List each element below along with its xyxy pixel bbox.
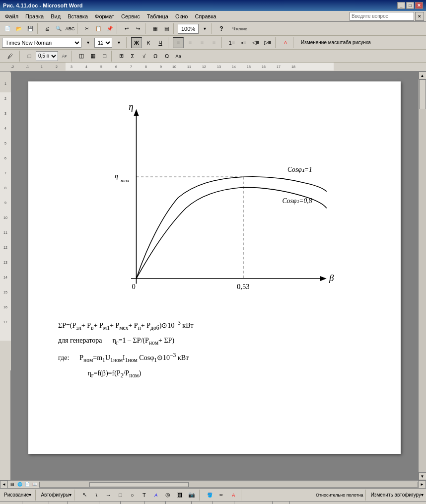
ellipse-btn[interactable]: ○ <box>127 490 138 501</box>
close-button[interactable]: ✕ <box>415 2 423 9</box>
font-size-selector[interactable]: 12 <box>94 38 112 48</box>
line-color-btn2[interactable]: ✏ <box>216 490 227 501</box>
align-right-button[interactable]: ≡ <box>197 37 208 48</box>
shadow-btn[interactable]: ◫ <box>76 51 87 62</box>
columns-button[interactable]: ▤ <box>161 23 172 34</box>
change-shape-btn[interactable]: Изменить автофигуру▾ <box>370 490 424 501</box>
drawing-label[interactable]: Рисование▾ <box>2 490 33 501</box>
redo-button[interactable]: ↪ <box>133 23 143 34</box>
save-button[interactable]: 💾 <box>25 23 36 34</box>
rect-btn[interactable]: □ <box>115 490 126 501</box>
preview-button[interactable]: 🔍 <box>53 23 64 34</box>
scroll-down-button[interactable]: ▼ <box>419 472 426 480</box>
search-close-button[interactable]: ✕ <box>415 12 424 21</box>
arrow-btn[interactable]: → <box>103 490 114 501</box>
font-size-dropdown[interactable]: ▾ <box>113 37 124 48</box>
sqrt-btn[interactable]: √ <box>139 51 149 62</box>
copy-button[interactable]: 📋 <box>93 23 104 34</box>
underline-button[interactable]: Ч <box>155 37 166 48</box>
bold-button[interactable]: Ж <box>131 37 142 48</box>
omega-btn[interactable]: Ω <box>150 51 161 62</box>
align-left-button[interactable]: ≡ <box>173 37 184 48</box>
scroll-track[interactable] <box>419 79 426 472</box>
font-selector[interactable]: Times New Roman <box>2 38 81 48</box>
scroll-left-button[interactable]: ◄ <box>0 481 8 489</box>
scroll-thumb[interactable] <box>419 79 426 109</box>
zoom-dropdown[interactable]: ▾ <box>199 23 210 34</box>
hscroll-thumb[interactable] <box>89 482 189 487</box>
formula-1: ΣP=(Pэл+ Pв+ Pм1+ Pмех+ Pп+ Pдоб)⊙10−3 к… <box>58 320 381 331</box>
table-draw-btn[interactable]: ▦ <box>87 51 98 62</box>
search-input[interactable] <box>350 12 414 21</box>
border-btn[interactable]: □ <box>24 51 35 62</box>
indent-decrease-button[interactable]: ◁≡ <box>250 37 261 48</box>
main-toolbar: 📄 📂 💾 🖨 🔍 ABC ✂ 📋 📌 ↩ ↪ ▦ ▤ 100% ▾ ? Чте… <box>0 22 426 36</box>
hscroll-track[interactable] <box>39 482 418 488</box>
menu-table[interactable]: Таблица <box>144 12 171 20</box>
menu-format[interactable]: Формат <box>92 12 117 20</box>
photo-btn[interactable]: 📷 <box>186 490 197 501</box>
border-width-select[interactable]: 0,5 п <box>36 51 58 61</box>
help-button[interactable]: ? <box>216 23 227 34</box>
open-button[interactable]: 📂 <box>13 23 24 34</box>
align-center-button[interactable]: ≡ <box>185 37 196 48</box>
menu-file[interactable]: Файл <box>2 12 21 20</box>
wordart-btn[interactable]: A <box>150 490 161 501</box>
maximize-button[interactable]: □ <box>406 2 414 9</box>
eraser-btn[interactable]: ◻ <box>99 51 110 62</box>
aa-btn[interactable]: Аа <box>173 51 184 62</box>
read-button[interactable]: Чтение <box>227 23 252 34</box>
menu-help[interactable]: Справка <box>192 12 219 20</box>
status-zap: ЗАП <box>150 502 166 504</box>
font-color-button[interactable]: A <box>280 37 291 48</box>
sigma-btn[interactable]: Σ <box>127 51 138 62</box>
align-justify-button[interactable]: ≡ <box>209 37 219 48</box>
scroll-up-button[interactable]: ▲ <box>419 72 426 79</box>
scroll-right-button[interactable]: ► <box>418 481 426 489</box>
draw-tb-btn1[interactable]: 🖊 <box>2 51 18 62</box>
font-color-btn2[interactable]: A <box>228 490 239 501</box>
bullets-button[interactable]: •≡ <box>238 37 249 48</box>
menu-window[interactable]: Окно <box>172 12 191 20</box>
menu-insert[interactable]: Вставка <box>65 12 91 20</box>
menu-view[interactable]: Вид <box>48 12 64 20</box>
table-button[interactable]: ▦ <box>149 23 160 34</box>
fill-color-btn[interactable]: 🪣 <box>204 490 215 501</box>
autoshapes-btn[interactable]: Автофигуры▾ <box>40 490 72 501</box>
indent-increase-button[interactable]: ▷≡ <box>262 37 273 48</box>
select-btn[interactable]: ↖ <box>79 490 90 501</box>
special-btn[interactable]: Ω <box>161 51 172 62</box>
paste-button[interactable]: 📌 <box>104 23 115 34</box>
formulas-section: ΣP=(Pэл+ Pв+ Pм1+ Pмех+ Pп+ Pдоб)⊙10−3 к… <box>48 320 381 379</box>
menu-edit[interactable]: Правка <box>22 12 47 20</box>
print-button[interactable]: 🖨 <box>42 23 53 34</box>
view-normal-btn[interactable]: ▤ <box>9 481 16 488</box>
numbering-button[interactable]: 1≡ <box>226 37 237 48</box>
minimize-button[interactable]: _ <box>397 2 405 9</box>
clipart-btn[interactable]: 🖼 <box>174 490 185 501</box>
fmt-sep4 <box>275 37 278 48</box>
align-grid-btn[interactable]: ⊞ <box>116 51 127 62</box>
view-print-btn[interactable]: 📄 <box>24 481 31 488</box>
diagram-btn[interactable]: ◎ <box>162 490 173 501</box>
menu-service[interactable]: Сервис <box>118 12 143 20</box>
spellcheck-button[interactable]: ABC <box>65 23 75 34</box>
cut-button[interactable]: ✂ <box>81 23 92 34</box>
view-reading-btn[interactable]: 📖 <box>31 481 38 488</box>
view-web-btn[interactable]: 🌐 <box>16 481 23 488</box>
svg-text:Cosφ₁=1: Cosφ₁=1 <box>287 166 312 173</box>
textbox-btn[interactable]: T <box>139 490 149 501</box>
undo-button[interactable]: ↩ <box>121 23 132 34</box>
svg-text:5: 5 <box>4 142 6 145</box>
horizontal-scrollbar[interactable]: ◄ ▤ 🌐 📄 📖 ► <box>0 480 426 488</box>
italic-button[interactable]: К <box>143 37 154 48</box>
document-area[interactable]: η β η max 0 0,53 <box>11 72 418 480</box>
status-section: Разд 1 <box>27 502 49 504</box>
new-button[interactable]: 📄 <box>2 23 13 34</box>
line-btn[interactable]: \ <box>91 490 102 501</box>
svg-text:-1: -1 <box>26 65 29 69</box>
font-dropdown[interactable]: ▾ <box>82 37 93 48</box>
line-color-btn[interactable]: A▾ <box>59 51 70 62</box>
vertical-scrollbar[interactable]: ▲ ▼ <box>418 72 426 480</box>
graph-container: η β η max 0 0,53 <box>90 101 339 310</box>
